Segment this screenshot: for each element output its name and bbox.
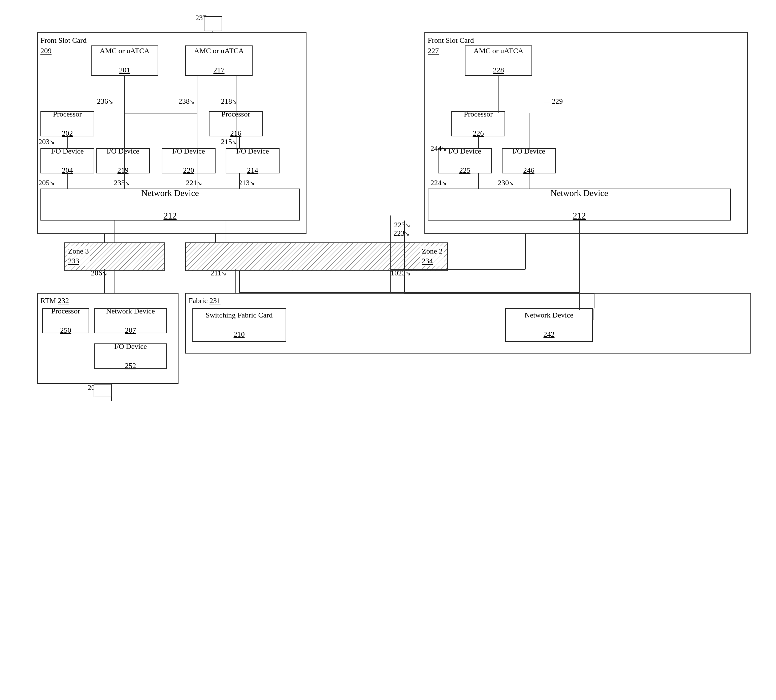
line-proc216-io214 bbox=[239, 137, 240, 148]
ref-244: 244↘ bbox=[431, 144, 447, 153]
ref-224: 224↘ bbox=[431, 178, 447, 187]
io-204: I/O Device 204 bbox=[40, 148, 94, 173]
line-net212-zone3 bbox=[115, 220, 115, 243]
io-246: I/O Device 246 bbox=[502, 148, 556, 173]
line-amc228-proc226 bbox=[499, 76, 499, 113]
processor-226: Processor 226 bbox=[451, 111, 505, 137]
io-214: I/O Device 214 bbox=[226, 148, 280, 173]
diagram-container: 237↘ Front Slot Card 209 AMC or uATCA 20… bbox=[20, 13, 754, 680]
line-amc217-down bbox=[236, 76, 237, 150]
processor-250: Processor 250 bbox=[42, 308, 89, 333]
box-237 bbox=[204, 16, 222, 31]
line-223-h bbox=[404, 293, 594, 294]
ref-223-label: 223↘ bbox=[394, 229, 410, 238]
line-h-zone2-right bbox=[240, 292, 580, 293]
line-net212-zone2 bbox=[226, 220, 226, 243]
ref-206: 206↘ bbox=[91, 269, 107, 277]
line-io214-net212 bbox=[239, 173, 240, 189]
line-229-io246 bbox=[529, 113, 529, 150]
line-h-236-238 bbox=[124, 113, 197, 113]
ref-203: 203↘ bbox=[38, 137, 55, 146]
amc-201: AMC or uATCA 201 bbox=[91, 45, 158, 76]
ref-238: 238↘ bbox=[179, 97, 195, 106]
zone3-233: Zone 3233 bbox=[64, 242, 165, 271]
ref-230: 230↘ bbox=[498, 178, 514, 187]
ref-229: —229 bbox=[544, 97, 563, 106]
line-net212r-fabric-v bbox=[579, 220, 580, 310]
network-device-242: Network Device 242 bbox=[505, 308, 593, 342]
ref-236: 236↘ bbox=[97, 97, 113, 106]
line-io204-net212 bbox=[67, 173, 68, 189]
line-io225-net212r bbox=[478, 173, 479, 189]
ref-215: 215↘ bbox=[221, 137, 237, 146]
ref-221: 221↘ bbox=[186, 178, 202, 187]
ref-223: 1023↘ bbox=[391, 269, 411, 277]
amc-228: AMC or uATCA 228 bbox=[465, 45, 532, 76]
network-device-212-right: Network Device 212 bbox=[428, 188, 731, 220]
line-proc226-io225 bbox=[478, 137, 479, 148]
ref-213: 213↘ bbox=[239, 178, 255, 187]
line-223-down bbox=[594, 293, 594, 308]
ref-218: 218↘ bbox=[221, 97, 237, 106]
line-223-v bbox=[404, 220, 405, 294]
line-238-down bbox=[197, 76, 197, 150]
line-io219-net212 bbox=[124, 150, 125, 188]
ref-223-right: 223↘ bbox=[394, 220, 410, 229]
io-219: I/O Device 219 bbox=[96, 148, 150, 173]
processor-202: Processor 202 bbox=[40, 111, 94, 137]
box-208 bbox=[93, 384, 112, 397]
ref-235: 235↘ bbox=[114, 178, 130, 187]
svg-rect-36 bbox=[186, 243, 447, 270]
amc-217: AMC or uATCA 217 bbox=[185, 45, 253, 76]
front-slot-card-209-label: Front Slot Card 209 bbox=[40, 35, 87, 56]
zone2-234: Zone 2234 bbox=[185, 242, 448, 271]
line-zone3-rtm bbox=[115, 271, 115, 293]
io-220: I/O Device 220 bbox=[162, 148, 215, 173]
line-proc202-io204 bbox=[67, 137, 68, 148]
ref-205: 205↘ bbox=[38, 178, 55, 187]
io-252: I/O Device 252 bbox=[94, 343, 167, 369]
line-net242-up bbox=[593, 309, 594, 320]
fabric-231-label: Fabric 231 bbox=[189, 296, 220, 306]
line-rtm-bottom bbox=[111, 384, 112, 401]
line-zone2-fabric bbox=[239, 271, 240, 293]
line-io220-net212 bbox=[197, 150, 197, 188]
line-io246-net212r bbox=[529, 173, 529, 189]
rtm-232-label: RTM 232 bbox=[40, 296, 69, 306]
network-device-207: Network Device 207 bbox=[94, 308, 167, 333]
network-device-212-left: Network Device 212 bbox=[40, 188, 300, 220]
switching-fabric-210: Switching Fabric Card 210 bbox=[192, 308, 286, 342]
ref-211: 211↘ bbox=[210, 269, 226, 277]
